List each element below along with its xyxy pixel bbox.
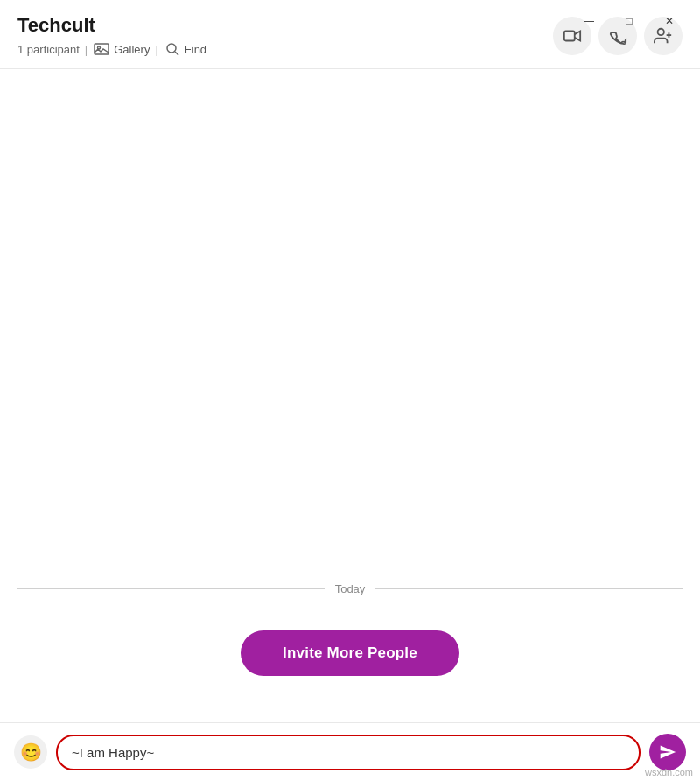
chat-title: Techcult: [18, 14, 206, 37]
divider-line-left: [18, 588, 325, 589]
emoji-button[interactable]: 😊: [14, 735, 47, 769]
svg-line-3: [175, 52, 178, 55]
maximize-button[interactable]: □: [609, 7, 649, 35]
participant-count: 1 participant: [18, 43, 80, 56]
title-bar: — □ ✕: [558, 0, 700, 42]
find-link[interactable]: Find: [164, 40, 206, 58]
gallery-icon: [93, 40, 110, 58]
header-info: Techcult 1 participant | Gallery | Find: [18, 14, 206, 58]
date-divider: Today: [18, 582, 682, 595]
divider-line-right: [375, 588, 682, 589]
find-icon: [164, 40, 181, 58]
svg-rect-0: [94, 44, 108, 54]
gallery-label: Gallery: [114, 43, 150, 56]
message-input-wrapper: [56, 735, 640, 770]
emoji-icon: 😊: [20, 742, 42, 763]
send-icon: [659, 743, 676, 761]
watermark: wsxdn.com: [645, 767, 693, 777]
gallery-link[interactable]: Gallery: [93, 40, 150, 58]
separator-2: |: [155, 43, 158, 56]
input-bar: 😊: [0, 722, 700, 781]
message-input[interactable]: [56, 735, 640, 770]
date-divider-text: Today: [335, 582, 366, 595]
invite-more-people-button[interactable]: Invite More People: [241, 630, 459, 676]
invite-section: Invite More People: [18, 630, 682, 676]
minimize-button[interactable]: —: [569, 7, 609, 35]
send-button[interactable]: [649, 734, 686, 770]
chat-area: Today Invite More People: [0, 88, 700, 711]
close-button[interactable]: ✕: [649, 7, 690, 35]
find-label: Find: [185, 43, 206, 56]
svg-point-2: [167, 44, 176, 53]
separator-1: |: [85, 43, 88, 56]
chat-meta: 1 participant | Gallery | Find: [18, 40, 206, 58]
